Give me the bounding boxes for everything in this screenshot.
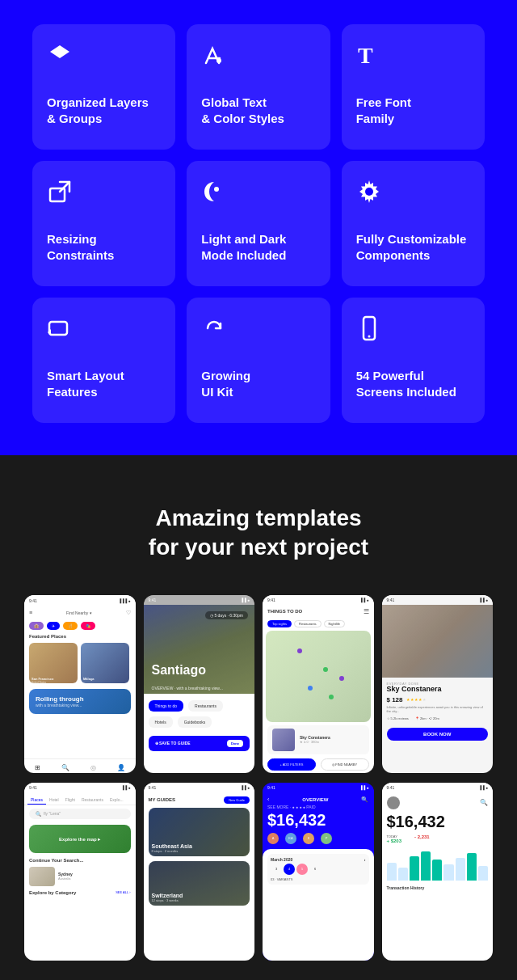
feature-label: 54 Powerful Screens Included [356, 368, 470, 399]
phone-screen-hotels: 9:41 ▐▐▐ ● ≡ Find Nearby ▾ ♡ 🏨 ✈ 🍴 🎭 Fea… [24, 595, 136, 773]
book-now-button[interactable]: BOOK NOW [387, 728, 489, 741]
hotel-overlay [382, 605, 494, 678]
continue-search-label: Continue Your Search... [29, 858, 131, 863]
phone-card-places: 9:41 ▐▐ ● Places Hotel Flight Restaurant… [24, 783, 136, 961]
explore-map-btn[interactable]: Explore the map ▸ [29, 825, 131, 853]
search-bar[interactable]: 🔍 fly "Lena" [29, 809, 131, 819]
tab-places[interactable]: Places [27, 796, 46, 805]
search-icon[interactable]: 🔍 [61, 764, 69, 771]
things-to-do[interactable]: Things to do [149, 700, 184, 712]
time-3: 9:41 [267, 598, 275, 602]
place-card-2: Málaga [81, 643, 129, 683]
bar-7 [456, 858, 465, 881]
add-filters-btn[interactable]: + ADD FILTERS [267, 758, 316, 771]
featured-title: Rolling through [36, 695, 124, 703]
font-icon: T [356, 42, 470, 72]
restaurants-cat[interactable]: Restaurants [188, 700, 223, 712]
hotels-cat[interactable]: Hotels [149, 716, 173, 728]
tab-hotel[interactable]: Hotel [46, 796, 62, 805]
map-icon[interactable]: ◎ [90, 764, 96, 771]
section-title: Amazing templates for your next project [24, 504, 493, 563]
calendar-days: 3 4 5 6 [271, 864, 366, 875]
bookmark-icon: ♡ [126, 610, 131, 616]
time-6: 9:41 [149, 785, 157, 790]
food-chip[interactable]: 🍴 [63, 622, 78, 630]
feature-card-screens: 54 Powerful Screens Included [342, 298, 485, 423]
explore-by-category: Explore by Category SEE ALL › [29, 890, 131, 895]
city-name: Santiago [152, 663, 207, 678]
done-button[interactable]: Done [227, 740, 243, 747]
home-icon[interactable]: ⊞ [35, 764, 40, 771]
new-guide-button[interactable]: New Guide [224, 796, 250, 804]
finance-header: 🔍 [382, 792, 494, 811]
filter-icon[interactable]: ☰ [364, 608, 369, 615]
signal-8: ▐▐ ● [479, 785, 489, 790]
feature-label: Resizing Constraints [47, 231, 161, 263]
phone-screen-santiago: 9:41 ▐▐ ● ◷ 5 days · 6:30pm Santiago OVE… [144, 595, 255, 773]
day-4[interactable]: 4 [284, 864, 295, 875]
hotels-chip[interactable]: 🏨 [29, 622, 44, 630]
guide-overlay-2: Switzerland 12 stops · 3 weeks [149, 861, 250, 906]
svg-point-4 [214, 187, 219, 192]
guidebooks-cat[interactable]: Guidebooks [178, 716, 212, 728]
layout-icon [47, 315, 161, 345]
feature-label: Free Font Family [356, 95, 470, 126]
templates-section: Amazing templates for your next project … [0, 455, 517, 980]
day-5[interactable]: 5 [296, 864, 308, 875]
svg-point-1 [216, 58, 221, 63]
status-bar-6: 9:41 ▐▐ ● [144, 783, 255, 792]
top-filter[interactable]: Top sights [267, 620, 292, 627]
bottom-nav: ⊞ 🔍 ◎ 👤 [24, 758, 136, 773]
phone-icon [356, 315, 470, 345]
guide-card-switzerland[interactable]: Switzerland 12 stops · 3 weeks [149, 861, 250, 906]
featured-banner: Rolling through with a breathtaking view… [29, 689, 131, 714]
feature-label: Light and Dark Mode Included [201, 231, 315, 263]
day-3[interactable]: 3 [271, 864, 282, 875]
feature-card-free-font: T Free Font Family [342, 24, 485, 150]
find-nearby-btn[interactable]: ◎ FIND NEARBY [321, 758, 369, 771]
map-pin-3 [308, 686, 313, 691]
signal-3: ▐▐ ● [359, 598, 369, 602]
svg-text:T: T [358, 43, 373, 68]
feature-card-growing-kit: Growing UI Kit [187, 298, 330, 423]
bar-5 [432, 860, 442, 881]
feature-card-resizing: Resizing Constraints [32, 161, 175, 286]
guides-header: MY GUIDES New Guide [144, 792, 255, 805]
day-6[interactable]: 6 [309, 864, 321, 875]
restaurants-filter[interactable]: Restaurants [294, 620, 322, 627]
resize-icon [47, 179, 161, 209]
time-4: 9:41 [387, 598, 395, 602]
hotel-content: EVERYDAY DOSE Sky Constanera $ 128 ★ ★ ★… [382, 678, 494, 724]
see-all-btn[interactable]: SEE ALL › [116, 890, 130, 895]
feature-label: Fully Customizable Components [356, 231, 470, 263]
tab-explore[interactable]: Explo... [107, 796, 127, 805]
map-action-buttons: + ADD FILTERS ◎ FIND NEARBY [263, 756, 374, 773]
star-5: ★ [422, 697, 426, 702]
reviews-count: ☆ 5.2k reviews [387, 716, 409, 720]
calendar-header: March 2020 › [271, 857, 366, 862]
things-to-do-label: THINGS TO DO [267, 609, 302, 614]
feature-card-smart-layout: Smart Layout Features [32, 298, 175, 423]
tab-flight[interactable]: Flight [62, 796, 78, 805]
guide-card-southeast-asia[interactable]: Southeast Asia 8 stops · 2 months [149, 808, 250, 856]
status-bar-3: 9:41 ▐▐ ● [263, 595, 374, 605]
phone-card-payment: 9:41 ▐▐ ● ‹ OVERVIEW 🔍 SEE MORE · ● ● ● … [263, 783, 374, 961]
events-chip[interactable]: 🎭 [81, 622, 95, 630]
tab-restaurants[interactable]: Restaurants [78, 796, 107, 805]
hotel-description: Infinite, unforgettable experiences awai… [387, 705, 489, 714]
place-name-2: Málaga [83, 677, 95, 681]
cal-nav[interactable]: › [364, 857, 366, 862]
back-btn-7[interactable]: ‹ [267, 796, 269, 802]
profile-icon[interactable]: 👤 [117, 764, 125, 771]
search-btn-8[interactable]: 🔍 [480, 799, 488, 806]
paint-icon [201, 42, 315, 72]
save-to-guide-bar: ⊕ SAVE TO GUIDE Done [149, 736, 250, 751]
flights-chip[interactable]: ✈ [47, 622, 60, 630]
time-7: 9:41 [267, 785, 275, 790]
status-bar-2: 9:41 ▐▐ ● [144, 595, 255, 605]
yesterday-stat: - 2,231 [414, 834, 430, 843]
phone-card-booking: 9:41 ▐▐ ● EVERYDAY DOSE Sky Constanera $… [382, 595, 494, 773]
search-btn-7[interactable]: 🔍 [361, 796, 368, 803]
feature-card-light-dark: Light and Dark Mode Included [187, 161, 330, 286]
nightlife-filter[interactable]: Nightlife [324, 620, 345, 627]
